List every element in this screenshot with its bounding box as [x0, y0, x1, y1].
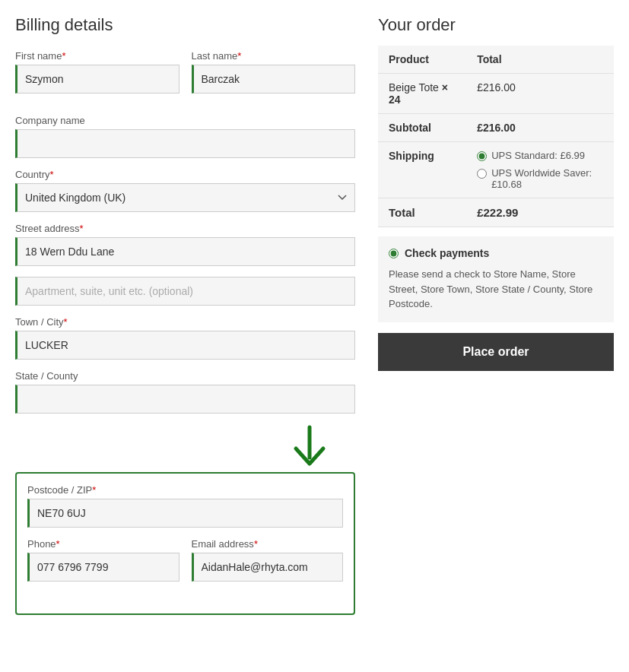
postcode-required: *: [92, 484, 96, 496]
apt-group: [15, 277, 355, 306]
product-price: £216.00: [466, 74, 614, 114]
postcode-input[interactable]: [27, 499, 343, 528]
total-label: Total: [378, 198, 466, 227]
order-section: Your order Product Total Beige Tote × 24…: [378, 15, 614, 371]
apt-input[interactable]: [15, 277, 355, 306]
email-required: *: [254, 538, 258, 550]
subtotal-label: Subtotal: [378, 114, 466, 142]
check-payment-radio[interactable]: [389, 249, 399, 258]
country-required: *: [50, 169, 54, 180]
email-label: Email address*: [192, 538, 344, 550]
subtotal-value: £216.00: [466, 114, 614, 142]
phone-group: Phone*: [27, 538, 179, 582]
payment-option: Check payments: [389, 247, 603, 259]
street-input[interactable]: [15, 237, 355, 266]
payment-description: Please send a check to Store Name, Store…: [389, 267, 603, 312]
postcode-label: Postcode / ZIP*: [27, 484, 343, 496]
billing-details-section: Billing details First name* Last name* C…: [15, 15, 355, 615]
email-input[interactable]: [192, 553, 344, 582]
state-label: State / County: [15, 370, 355, 382]
country-select[interactable]: United Kingdom (UK) United States (US) G…: [15, 183, 355, 212]
shipping-option-2-label: UPS Worldwide Saver: £10.68: [491, 167, 603, 190]
first-name-group: First name*: [15, 50, 179, 94]
order-title: Your order: [378, 15, 614, 35]
postcode-group: Postcode / ZIP*: [27, 484, 343, 528]
shipping-option-1-label: UPS Standard: £6.99: [491, 150, 585, 161]
product-name: Beige Tote × 24: [378, 74, 466, 114]
city-group: Town / City*: [15, 316, 355, 360]
shipping-row: Shipping UPS Standard: £6.99 UPS Worldwi…: [378, 142, 614, 198]
phone-label: Phone*: [27, 538, 179, 550]
street-group: Street address*: [15, 223, 355, 266]
billing-title: Billing details: [15, 15, 355, 35]
state-input[interactable]: [15, 385, 355, 414]
contact-row: Phone* Email address*: [27, 538, 343, 592]
shipping-label: Shipping: [378, 142, 466, 198]
shipping-radio-2[interactable]: [477, 169, 487, 179]
company-input[interactable]: [15, 129, 355, 158]
name-row: First name* Last name*: [15, 50, 355, 104]
city-label: Town / City*: [15, 316, 355, 328]
city-required: *: [64, 316, 68, 328]
street-label: Street address*: [15, 223, 355, 234]
company-label: Company name: [15, 115, 355, 126]
phone-input[interactable]: [27, 553, 179, 582]
highlighted-fields: Postcode / ZIP* Phone* Email address*: [15, 472, 355, 615]
country-label: Country*: [15, 169, 355, 180]
city-input[interactable]: [15, 331, 355, 360]
last-name-label: Last name*: [192, 50, 356, 62]
payment-section: Check payments Please send a check to St…: [378, 236, 614, 322]
first-name-input[interactable]: [15, 65, 179, 94]
last-name-group: Last name*: [192, 50, 356, 94]
place-order-button[interactable]: Place order: [378, 333, 614, 371]
shipping-option-1[interactable]: UPS Standard: £6.99: [477, 150, 603, 161]
col-product: Product: [378, 46, 466, 74]
arrow-indicator: [15, 424, 355, 472]
shipping-radio-1[interactable]: [477, 151, 487, 161]
last-name-input[interactable]: [192, 65, 356, 94]
email-group: Email address*: [192, 538, 344, 582]
first-name-label: First name*: [15, 50, 179, 62]
phone-required: *: [56, 538, 60, 550]
col-total: Total: [466, 46, 614, 74]
shipping-options: UPS Standard: £6.99 UPS Worldwide Saver:…: [466, 142, 614, 198]
state-group: State / County: [15, 370, 355, 414]
payment-label: Check payments: [405, 247, 489, 259]
total-value: £222.99: [466, 198, 614, 227]
last-name-required: *: [237, 50, 241, 62]
subtotal-row: Subtotal £216.00: [378, 114, 614, 142]
first-name-required: *: [62, 50, 65, 62]
company-group: Company name: [15, 115, 355, 158]
table-row: Beige Tote × 24 £216.00: [378, 74, 614, 114]
shipping-option-2[interactable]: UPS Worldwide Saver: £10.68: [477, 167, 603, 190]
order-table: Product Total Beige Tote × 24 £216.00 Su…: [378, 46, 614, 227]
country-group: Country* United Kingdom (UK) United Stat…: [15, 169, 355, 212]
street-required: *: [80, 223, 84, 234]
total-row: Total £222.99: [378, 198, 614, 227]
